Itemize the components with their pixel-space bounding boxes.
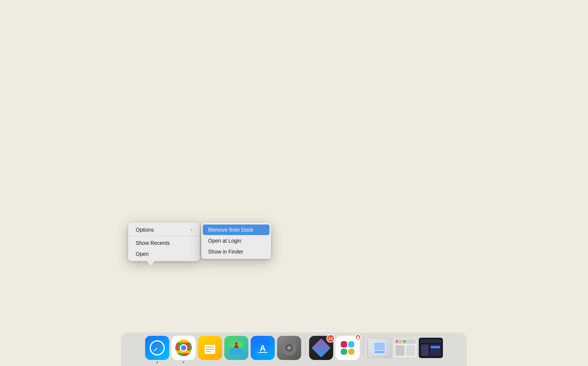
menu-item-open-label: Open [136,251,149,257]
submenu-item-remove-from-dock[interactable]: Remove from Dock [203,225,270,235]
chrome-dot [183,361,184,363]
svg-point-9 [235,342,237,344]
svg-rect-29 [406,345,415,356]
svg-text:A: A [260,343,266,353]
dock-icon-preview-1[interactable] [368,336,392,360]
svg-rect-19 [294,347,297,349]
menu-divider [128,236,200,237]
context-menu-wrapper: Options › Show Recents Open Remove from … [128,223,200,261]
dock-separator [305,336,305,355]
dropzone-badge: 24 [326,334,335,343]
svg-rect-7 [230,349,243,355]
dock: A [0,324,588,366]
submenu-item-open-at-login[interactable]: Open at Login [203,235,270,246]
dock-previews [368,336,443,360]
svg-rect-1 [205,342,215,345]
dock-icon-maps[interactable] [224,336,248,360]
menu-item-options-label: Options [136,227,154,233]
context-menu: Options › Show Recents Open [128,223,200,261]
menu-item-open[interactable]: Open [130,249,198,259]
dock-icon-safari[interactable] [145,336,169,360]
menu-item-show-recents[interactable]: Show Recents [130,238,198,248]
svg-rect-31 [420,339,441,343]
desktop: Options › Show Recents Open Remove from … [0,0,588,366]
dock-icon-notes[interactable] [198,336,222,360]
submenu-item-show-in-finder-label: Show in Finder [208,249,243,255]
submenu-item-show-in-finder[interactable]: Show in Finder [203,246,270,257]
menu-item-show-recents-label: Show Recents [136,240,170,246]
svg-point-25 [396,340,398,343]
dock-separator-2 [363,336,364,355]
dock-icon-slack[interactable]: ● [335,336,360,360]
svg-rect-16 [288,340,290,343]
slack-badge: ● [355,334,361,340]
svg-point-15 [287,346,291,350]
dock-icon-system-preferences[interactable] [277,336,301,360]
dock-icon-preview-3[interactable] [419,336,443,360]
svg-rect-22 [374,351,385,353]
submenu-item-remove-from-dock-label: Remove from Dock [208,227,253,233]
dock-icon-preview-2[interactable] [393,336,417,360]
chevron-right-icon: › [191,228,192,232]
svg-rect-17 [288,352,290,355]
menu-item-options[interactable]: Options › [130,225,198,235]
svg-rect-18 [282,347,285,349]
safari-dot [156,361,158,363]
svg-rect-34 [431,346,440,348]
svg-rect-32 [421,344,429,356]
svg-rect-21 [374,343,385,350]
dock-icon-dropzone[interactable]: 24 [309,336,333,360]
dock-icon-chrome[interactable] [172,336,196,360]
dock-items: A [140,333,448,363]
svg-point-26 [400,340,402,343]
svg-rect-28 [395,345,404,356]
svg-point-27 [403,340,406,343]
dock-icon-appstore[interactable]: A [251,336,275,360]
submenu-item-open-at-login-label: Open at Login [208,238,241,244]
submenu: Remove from Dock Open at Login Show in F… [201,223,271,259]
